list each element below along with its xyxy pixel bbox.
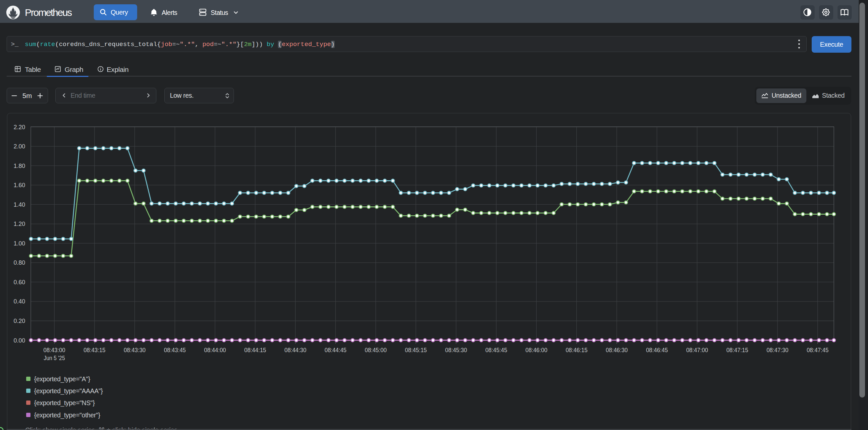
svg-text:08:44:45: 08:44:45 bbox=[325, 346, 346, 354]
svg-text:1.80: 1.80 bbox=[13, 162, 25, 169]
svg-text:08:47:00: 08:47:00 bbox=[686, 346, 708, 354]
svg-text:1.00: 1.00 bbox=[13, 240, 25, 247]
svg-text:08:45:15: 08:45:15 bbox=[405, 346, 427, 354]
svg-text:08:45:45: 08:45:45 bbox=[485, 346, 507, 354]
svg-text:08:44:30: 08:44:30 bbox=[285, 346, 306, 354]
svg-text:08:46:15: 08:46:15 bbox=[565, 346, 587, 354]
svg-text:08:43:45: 08:43:45 bbox=[164, 346, 186, 354]
svg-text:08:47:30: 08:47:30 bbox=[767, 346, 788, 354]
svg-text:0.60: 0.60 bbox=[13, 279, 25, 285]
svg-text:08:43:00: 08:43:00 bbox=[43, 346, 65, 354]
svg-text:1.60: 1.60 bbox=[13, 182, 25, 188]
svg-text:08:44:00: 08:44:00 bbox=[204, 346, 226, 354]
svg-text:08:46:45: 08:46:45 bbox=[646, 346, 668, 354]
svg-text:2.00: 2.00 bbox=[13, 143, 25, 150]
svg-text:08:47:45: 08:47:45 bbox=[807, 346, 829, 354]
svg-text:08:47:15: 08:47:15 bbox=[726, 346, 748, 354]
svg-text:08:45:00: 08:45:00 bbox=[365, 346, 386, 354]
svg-text:1.40: 1.40 bbox=[13, 201, 25, 208]
svg-text:08:45:30: 08:45:30 bbox=[445, 346, 467, 354]
svg-text:0.20: 0.20 bbox=[13, 317, 25, 324]
svg-text:2.20: 2.20 bbox=[13, 124, 25, 130]
svg-text:Jun 5 '25: Jun 5 '25 bbox=[44, 355, 65, 362]
svg-text:08:43:30: 08:43:30 bbox=[124, 346, 146, 354]
svg-text:08:43:15: 08:43:15 bbox=[84, 346, 105, 354]
svg-text:0.80: 0.80 bbox=[13, 259, 25, 266]
svg-text:0.40: 0.40 bbox=[13, 298, 25, 305]
svg-text:0.00: 0.00 bbox=[13, 337, 25, 344]
svg-text:08:46:00: 08:46:00 bbox=[525, 346, 547, 354]
svg-text:08:46:30: 08:46:30 bbox=[606, 346, 628, 354]
svg-text:1.20: 1.20 bbox=[13, 220, 25, 227]
svg-text:08:44:15: 08:44:15 bbox=[244, 346, 266, 354]
